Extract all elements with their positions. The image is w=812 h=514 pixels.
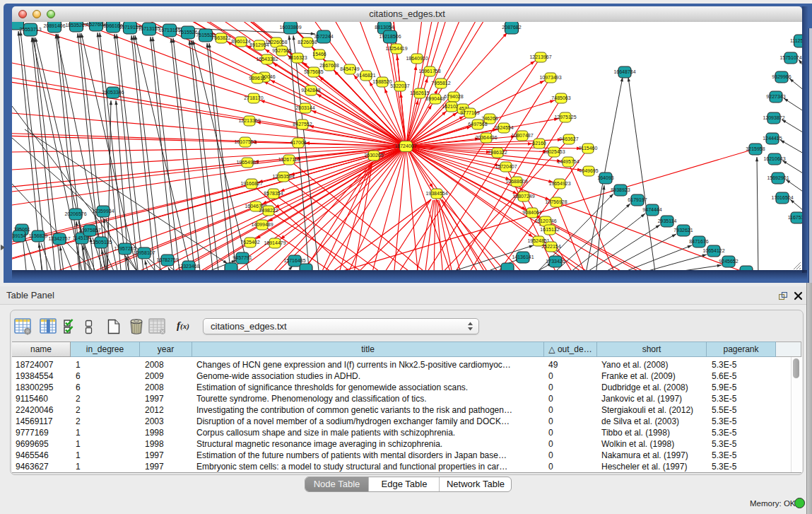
- svg-text:3624554: 3624554: [494, 125, 513, 130]
- svg-text:10025453: 10025453: [543, 149, 565, 154]
- svg-text:4049695: 4049695: [579, 168, 598, 173]
- svg-text:14495754: 14495754: [557, 159, 579, 164]
- svg-text:16914479: 16914479: [264, 240, 286, 245]
- svg-text:2530205: 2530205: [364, 153, 383, 158]
- svg-text:8471676: 8471676: [689, 239, 708, 244]
- svg-text:16713155: 16713155: [158, 28, 180, 33]
- svg-text:8990448: 8990448: [425, 96, 445, 101]
- svg-text:16648784: 16648784: [613, 69, 635, 74]
- svg-text:9084067: 9084067: [522, 210, 541, 215]
- svg-text:7932621: 7932621: [673, 228, 693, 233]
- svg-text:10807487: 10807487: [511, 133, 533, 138]
- svg-text:19654983: 19654983: [236, 160, 258, 165]
- svg-text:9227343: 9227343: [766, 94, 785, 99]
- svg-text:2522154: 2522154: [541, 244, 560, 249]
- svg-text:16033809: 16033809: [279, 25, 301, 30]
- svg-text:20206576: 20206576: [64, 211, 86, 216]
- svg-text:16713155: 16713155: [138, 26, 160, 31]
- svg-text:6794028: 6794028: [444, 94, 463, 99]
- svg-text:6179197: 6179197: [628, 197, 647, 202]
- svg-text:3572244: 3572244: [314, 34, 333, 39]
- svg-text:2803144: 2803144: [295, 105, 314, 110]
- svg-text:746266: 746266: [481, 116, 498, 121]
- svg-text:1167534: 1167534: [788, 215, 802, 220]
- svg-text:10973493: 10973493: [539, 75, 561, 80]
- svg-text:18724007: 18724007: [394, 144, 416, 148]
- svg-text:8813054: 8813054: [375, 25, 394, 30]
- svg-text:30975857: 30975857: [78, 228, 100, 233]
- svg-text:7955812: 7955812: [431, 81, 450, 86]
- svg-text:20891406: 20891406: [43, 23, 65, 28]
- svg-text:12505135: 12505135: [90, 240, 112, 245]
- svg-text:16961758: 16961758: [418, 69, 440, 74]
- svg-text:3498222: 3498222: [259, 208, 278, 213]
- svg-text:13254419: 13254419: [385, 46, 407, 51]
- svg-text:15692901: 15692901: [767, 175, 789, 180]
- svg-text:5875685: 5875685: [304, 69, 323, 74]
- svg-text:2935114: 2935114: [658, 218, 677, 223]
- svg-text:9474444: 9474444: [642, 207, 661, 212]
- svg-text:164093: 164093: [597, 175, 613, 180]
- svg-text:17359934: 17359934: [92, 209, 114, 214]
- svg-text:6497568: 6497568: [468, 122, 487, 127]
- svg-text:16782759: 16782759: [156, 257, 178, 262]
- svg-text:20364436: 20364436: [475, 135, 497, 140]
- svg-text:17016504: 17016504: [771, 195, 793, 200]
- svg-text:1816323: 1816323: [288, 55, 307, 60]
- svg-text:8578354: 8578354: [264, 191, 283, 196]
- svg-text:9245652: 9245652: [719, 259, 738, 264]
- svg-text:18535267: 18535267: [65, 23, 87, 28]
- svg-text:14136141: 14136141: [512, 255, 534, 259]
- svg-text:12342757: 12342757: [48, 236, 70, 241]
- svg-text:5322037: 5322037: [390, 83, 409, 88]
- svg-text:16210643: 16210643: [763, 156, 785, 161]
- svg-text:7515526: 7515526: [178, 30, 197, 35]
- svg-text:16120746: 16120746: [534, 218, 556, 223]
- svg-text:16543382: 16543382: [256, 57, 278, 62]
- svg-text:3215958: 3215958: [746, 146, 765, 151]
- svg-text:18640910: 18640910: [406, 56, 428, 61]
- svg-text:8226058: 8226058: [298, 40, 317, 45]
- svg-text:9242848: 9242848: [301, 88, 320, 93]
- svg-text:13267110: 13267110: [278, 157, 300, 162]
- svg-text:9457791: 9457791: [233, 255, 252, 260]
- svg-text:9115460: 9115460: [579, 146, 598, 151]
- svg-text:9146821: 9146821: [356, 73, 375, 78]
- svg-text:9527505: 9527505: [272, 48, 291, 53]
- svg-text:1615132: 1615132: [540, 227, 559, 232]
- svg-text:39154: 39154: [12, 233, 26, 238]
- svg-text:10958107: 10958107: [133, 250, 155, 255]
- svg-text:18226058: 18226058: [265, 40, 287, 45]
- svg-text:1244415: 1244415: [763, 136, 782, 141]
- svg-text:12213967: 12213967: [529, 54, 551, 59]
- svg-text:19384554: 19384554: [425, 191, 447, 196]
- svg-text:14099489: 14099489: [251, 222, 273, 227]
- svg-text:15466: 15466: [312, 52, 326, 57]
- svg-text:989616: 989616: [249, 76, 265, 81]
- svg-text:8454749: 8454749: [340, 66, 359, 71]
- svg-text:2087682: 2087682: [502, 25, 521, 30]
- svg-text:19654923: 19654923: [548, 181, 570, 186]
- svg-text:8427552: 8427552: [293, 122, 312, 127]
- svg-text:9463627: 9463627: [559, 136, 578, 141]
- svg-text:8960124: 8960124: [231, 39, 250, 44]
- svg-text:19166827: 19166827: [240, 181, 262, 186]
- svg-text:1362615: 1362615: [410, 90, 429, 95]
- svg-text:10688609: 10688609: [505, 179, 527, 184]
- svg-text:20553713: 20553713: [19, 27, 41, 32]
- svg-text:15720407: 15720407: [495, 164, 517, 169]
- svg-text:10756928: 10756928: [545, 199, 567, 204]
- svg-text:2867608: 2867608: [319, 63, 339, 68]
- svg-text:11125440: 11125440: [790, 38, 802, 43]
- svg-text:15716485: 15716485: [283, 258, 305, 263]
- svg-text:9777169: 9777169: [460, 110, 479, 115]
- svg-text:2718170: 2718170: [244, 95, 263, 100]
- svg-text:10654122: 10654122: [702, 248, 724, 253]
- svg-text:15751074: 15751074: [779, 55, 801, 60]
- svg-text:7663822: 7663822: [211, 35, 230, 40]
- svg-text:12975125: 12975125: [554, 115, 576, 119]
- svg-text:12213369: 12213369: [238, 118, 260, 123]
- svg-text:26053346: 26053346: [102, 90, 124, 95]
- svg-text:1588520: 1588520: [372, 79, 392, 84]
- svg-text:10107553: 10107553: [234, 139, 256, 144]
